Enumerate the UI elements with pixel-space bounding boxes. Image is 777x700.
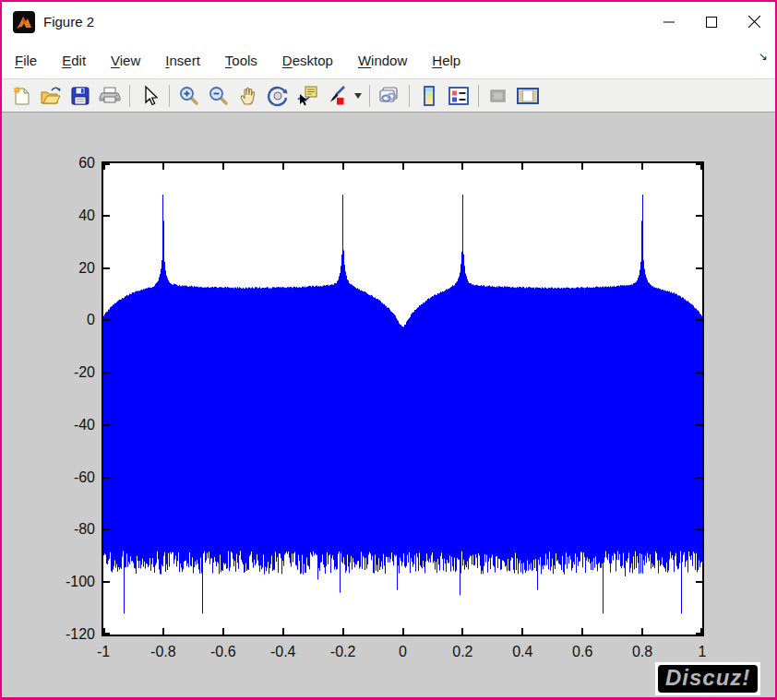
pan-button[interactable] <box>233 82 263 110</box>
menu-bar: FileEditViewInsertToolsDesktopWindowHelp… <box>2 42 775 78</box>
figure-window: Figure 2 FileEditViewInsertToolsDesktopW… <box>0 0 777 700</box>
menu-item-window[interactable]: Window <box>358 53 407 68</box>
watermark-text: Discuz! <box>665 665 750 690</box>
close-icon <box>748 16 760 28</box>
brush-dropdown-button[interactable] <box>352 82 365 110</box>
hide-plot-tools-icon <box>487 85 509 107</box>
minimize-button[interactable] <box>648 2 690 42</box>
y-tick-label: -20 <box>30 364 95 381</box>
print-figure-button[interactable] <box>95 82 125 110</box>
window-title: Figure 2 <box>43 14 94 30</box>
save-floppy-icon <box>69 85 91 107</box>
close-button[interactable] <box>733 2 775 42</box>
figure-toolbar <box>2 78 775 113</box>
y-tick-label: 40 <box>30 208 95 224</box>
toolbar-separator <box>129 85 130 107</box>
brush-data-button[interactable] <box>322 82 352 110</box>
title-bar[interactable]: Figure 2 <box>2 2 775 42</box>
insert-colorbar-button[interactable] <box>414 82 444 110</box>
edit-plot-button[interactable] <box>135 82 164 110</box>
x-tick-label: -0.2 <box>330 644 356 660</box>
x-tick-label: 0.4 <box>512 644 532 660</box>
menu-item-view[interactable]: View <box>111 53 140 68</box>
toolbar-separator <box>478 85 479 107</box>
new-document-icon <box>10 85 32 107</box>
y-tick-label: 60 <box>30 155 95 172</box>
x-tick-label: -0.6 <box>210 644 236 660</box>
x-tick-label: 0 <box>399 644 407 660</box>
maximize-button[interactable] <box>690 2 733 42</box>
menu-item-desktop[interactable]: Desktop <box>282 53 333 68</box>
data-cursor-button[interactable] <box>293 82 322 110</box>
menu-item-tools[interactable]: Tools <box>225 53 257 68</box>
matlab-logo-icon <box>13 11 35 33</box>
pointer-arrow-icon <box>139 85 160 107</box>
plot-axes[interactable] <box>102 161 704 636</box>
save-figure-button[interactable] <box>66 82 95 110</box>
toolbar-separator <box>409 85 410 107</box>
x-tick-label: 0.8 <box>632 644 652 660</box>
zoom-in-button[interactable] <box>174 82 204 110</box>
zoom-in-icon <box>178 85 200 107</box>
x-tick-label: 0.2 <box>452 644 472 660</box>
zoom-out-button[interactable] <box>204 82 233 110</box>
new-figure-button[interactable] <box>6 82 36 110</box>
toolbar-separator <box>169 85 170 107</box>
show-plot-tools-icon <box>516 85 540 107</box>
open-file-button[interactable] <box>36 82 66 110</box>
watermark: Discuz! <box>655 662 760 695</box>
printer-icon <box>99 85 121 107</box>
x-tick-label: 0.6 <box>572 644 592 660</box>
chevron-down-icon <box>354 93 362 99</box>
show-plot-tools-button[interactable] <box>513 82 543 110</box>
x-tick-label: -0.4 <box>270 644 296 660</box>
plot-canvas[interactable] <box>103 163 702 635</box>
insert-legend-button[interactable] <box>444 82 473 110</box>
link-icon <box>377 85 401 107</box>
menu-bar-items: FileEditViewInsertToolsDesktopWindowHelp <box>15 53 485 68</box>
x-tick-label: 1 <box>699 644 707 660</box>
y-tick-label: -60 <box>30 469 95 486</box>
hide-plot-tools-button <box>484 82 513 110</box>
menu-overflow-arrow-icon[interactable]: ↘ <box>759 50 768 63</box>
toolbar-separator <box>369 85 370 107</box>
x-tick-label: -1 <box>97 644 110 660</box>
menu-item-edit[interactable]: Edit <box>62 53 86 68</box>
link-plot-button[interactable] <box>375 82 404 110</box>
menu-item-help[interactable]: Help <box>432 53 460 68</box>
menu-item-file[interactable]: File <box>15 53 37 68</box>
minimize-icon <box>663 17 675 28</box>
data-cursor-icon <box>296 85 318 107</box>
y-tick-label: 20 <box>30 260 95 277</box>
rotate-3d-button[interactable] <box>263 82 293 110</box>
y-tick-label: 0 <box>30 312 95 328</box>
y-tick-label: -40 <box>30 417 95 433</box>
menu-item-insert[interactable]: Insert <box>165 53 200 68</box>
y-tick-label: -80 <box>30 521 95 538</box>
x-tick-label: -0.8 <box>150 644 176 660</box>
y-tick-label: -120 <box>30 626 95 643</box>
rotate-3d-icon <box>267 85 289 107</box>
legend-icon <box>448 85 470 107</box>
pan-hand-icon <box>237 85 259 107</box>
watermark-box: Discuz! <box>658 665 758 693</box>
brush-icon <box>326 85 348 107</box>
maximize-icon <box>706 17 717 28</box>
figure-panel: 6040200-20-40-60-80-100-120 -1-0.8-0.6-0… <box>2 113 775 697</box>
window-controls <box>648 2 775 42</box>
zoom-out-icon <box>208 85 230 107</box>
colorbar-icon <box>418 85 440 107</box>
y-tick-label: -100 <box>30 574 95 590</box>
open-folder-icon <box>40 85 62 107</box>
